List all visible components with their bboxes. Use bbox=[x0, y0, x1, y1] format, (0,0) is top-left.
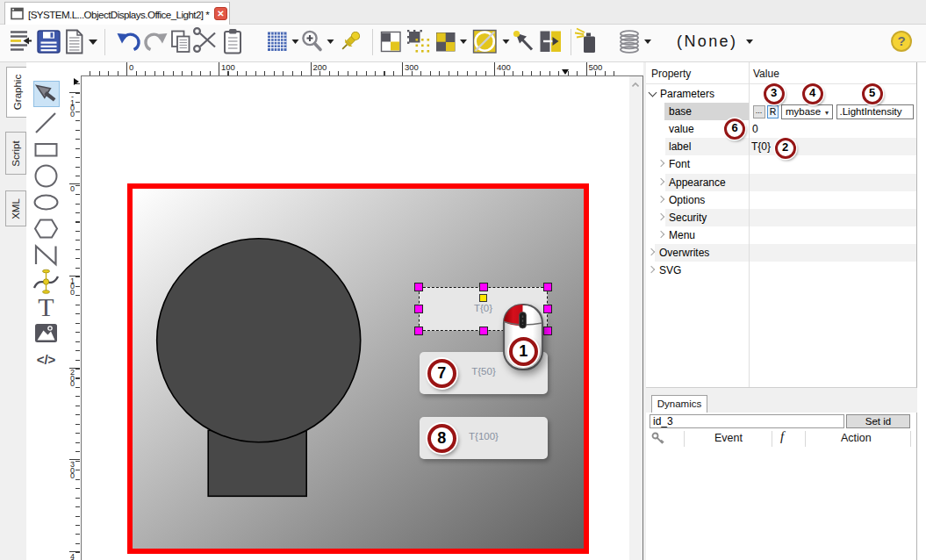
svg-text:</>: </> bbox=[37, 352, 56, 367]
svg-text:T: T bbox=[38, 292, 54, 321]
